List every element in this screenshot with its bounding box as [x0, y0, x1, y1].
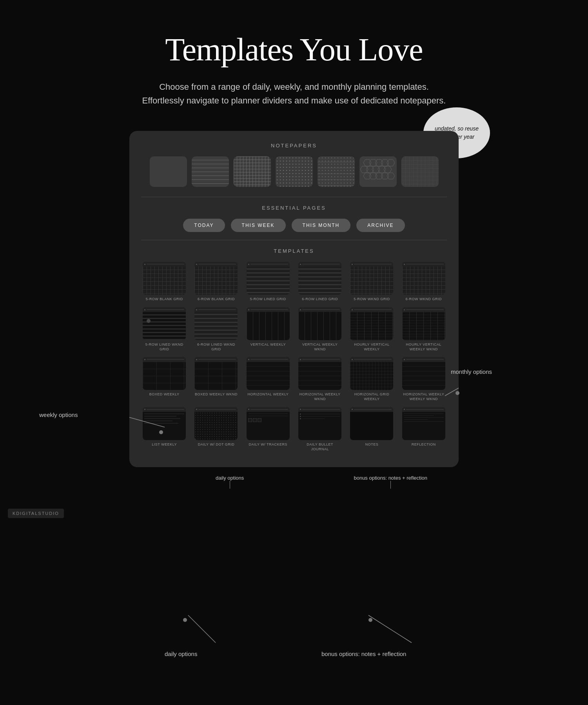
notepapers-label: NOTEPAPERS	[141, 143, 447, 149]
daily-options-label: daily options	[216, 475, 244, 481]
template-5row-wknd-grid: 5-ROW WKND GRID	[348, 262, 395, 302]
template-thumb	[402, 262, 445, 295]
template-thumb	[194, 307, 238, 340]
template-thumb	[143, 262, 186, 295]
template-label: BOXED WEEKLY WKND	[195, 392, 238, 397]
template-horizontal-weekly-wknd2: HORIZONTAL WEEKLY WEEKLY WKND	[401, 357, 447, 401]
template-label: DAILY W/ TRACKERS	[249, 442, 288, 447]
template-label: HOURLY VERTICAL WEEKLY WKND	[402, 343, 445, 352]
template-daily-bullet: DAILY BULLET JOURNAL	[297, 407, 343, 451]
template-5row-blank-grid: 5-ROW BLANK GRID	[141, 262, 187, 302]
template-notes: NOTES	[348, 407, 395, 451]
template-label: 5-ROW LINED GRID	[250, 297, 286, 302]
notepaper-dot	[276, 156, 313, 187]
template-horizontal-weekly: HORIZONTAL WEEKLY	[245, 357, 291, 401]
templates-label: TEMPLATES	[141, 248, 447, 254]
template-vertical-weekly: VERTICAL WEEKLY	[245, 307, 291, 352]
templates-grid: 5-ROW BLANK GRID 6-ROW BLANK GRID 5-ROW …	[141, 262, 447, 451]
template-label: HORIZONTAL WEEKLY	[247, 392, 289, 397]
template-label: REFLECTION	[412, 442, 436, 447]
template-hourly-vertical-weekly: HOURLY VERTICAL WEEKLY	[348, 307, 395, 352]
template-label: 5-ROW BLANK GRID	[146, 297, 183, 302]
template-thumb	[143, 307, 186, 340]
template-boxed-weekly: BOXED WEEKLY	[141, 357, 187, 401]
template-reflection: REFLECTION	[401, 407, 447, 451]
template-label: 6-ROW LINED GRID	[302, 297, 338, 302]
template-list-weekly: LIST WEEKLY	[141, 407, 187, 451]
notepaper-mixed	[318, 156, 355, 187]
template-thumb	[298, 307, 341, 340]
template-label: NOTES	[365, 442, 379, 447]
template-thumb	[298, 407, 341, 440]
template-6row-lined-wknd: 6-ROW LINED WKND GRID	[193, 307, 239, 352]
divider-2	[141, 240, 447, 240]
svg-rect-0	[359, 156, 397, 187]
template-vertical-weekly-wknd: VERTICAL WEEKLY WKND	[297, 307, 343, 352]
essential-pages-buttons: TODAY THIS WEEK THIS MONTH ARCHIVE	[141, 219, 447, 232]
page-title: Templates You Love	[165, 31, 423, 68]
template-5row-lined-grid: 5-ROW LINED GRID	[245, 262, 291, 302]
template-6row-wknd-grid: 6-ROW WKND GRID	[401, 262, 447, 302]
template-label: HOURLY VERTICAL WEEKLY	[350, 343, 393, 352]
template-6row-blank-grid: 6-ROW BLANK GRID	[193, 262, 239, 302]
template-label: 5-ROW WKND GRID	[354, 297, 390, 302]
this-week-button[interactable]: THIS WEEK	[231, 219, 286, 232]
notepaper-hex	[359, 156, 397, 187]
template-label: HORIZONTAL GRID WEEKLY	[350, 392, 393, 401]
template-thumb	[298, 357, 341, 390]
page-subtitle: Choose from a range of daily, weekly, an…	[142, 80, 446, 107]
archive-button[interactable]: ARCHIVE	[356, 219, 405, 232]
template-label: DAILY W/ DOT GRID	[198, 442, 235, 447]
template-daily-trackers: DAILY W/ TRACKERS	[245, 407, 291, 451]
essential-pages-label: ESSENTIAL PAGES	[141, 205, 447, 211]
divider-1	[141, 197, 447, 197]
template-thumb	[402, 307, 445, 340]
template-daily-dot: DAILY W/ DOT GRID	[193, 407, 239, 451]
notepaper-ruled	[192, 156, 229, 187]
template-label: LIST WEEKLY	[152, 442, 177, 447]
bonus-options-label: bonus options: notes + reflection	[354, 475, 427, 481]
template-label: VERTICAL WEEKLY	[250, 343, 286, 347]
today-button[interactable]: TODAY	[183, 219, 225, 232]
template-thumb	[143, 357, 186, 390]
template-5row-lined-wknd: 5-ROW LINED WKND GRID	[141, 307, 187, 352]
template-label: HORIZONTAL WEEKLY WKND	[298, 392, 341, 401]
template-thumb	[194, 407, 238, 440]
template-label: 6-ROW WKND GRID	[406, 297, 442, 302]
notepaper-blank	[150, 156, 187, 187]
template-thumb	[247, 307, 290, 340]
template-label: HORIZONTAL WEEKLY WEEKLY WKND	[402, 392, 445, 401]
brand-badge: KDIGITALSTUDIO	[8, 509, 64, 518]
template-label: 5-ROW LINED WKND GRID	[143, 343, 186, 352]
template-label: DAILY BULLET JOURNAL	[298, 442, 341, 451]
template-6row-lined-grid: 6-ROW LINED GRID	[297, 262, 343, 302]
template-thumb	[350, 357, 393, 390]
template-hourly-vertical-weekly-wknd: HOURLY VERTICAL WEEKLY WKND	[401, 307, 447, 352]
template-boxed-weekly-wknd: BOXED WEEKLY WKND	[193, 357, 239, 401]
template-thumb	[298, 262, 341, 295]
template-thumb	[350, 307, 393, 340]
template-thumb	[247, 407, 290, 440]
template-thumb	[194, 357, 238, 390]
template-thumb	[247, 262, 290, 295]
template-label: VERTICAL WEEKLY WKND	[298, 343, 341, 352]
template-thumb	[194, 262, 238, 295]
notepaper-grid	[234, 156, 271, 187]
template-thumb	[402, 357, 445, 390]
template-thumb	[350, 407, 393, 440]
template-thumb	[350, 262, 393, 295]
template-label: BOXED WEEKLY	[149, 392, 180, 397]
template-label: 6-ROW BLANK GRID	[198, 297, 235, 302]
template-thumb	[247, 357, 290, 390]
template-thumb	[143, 407, 186, 440]
template-thumb	[402, 407, 445, 440]
notepapers-row	[141, 156, 447, 187]
notepaper-checker	[401, 156, 439, 187]
template-horizontal-weekly-wknd: HORIZONTAL WEEKLY WKND	[297, 357, 343, 401]
template-horizontal-grid-weekly: HORIZONTAL GRID WEEKLY	[348, 357, 395, 401]
template-label: 6-ROW LINED WKND GRID	[194, 343, 238, 352]
this-month-button[interactable]: THIS MONTH	[292, 219, 351, 232]
device-frame: NOTEPAPERS	[129, 131, 459, 467]
